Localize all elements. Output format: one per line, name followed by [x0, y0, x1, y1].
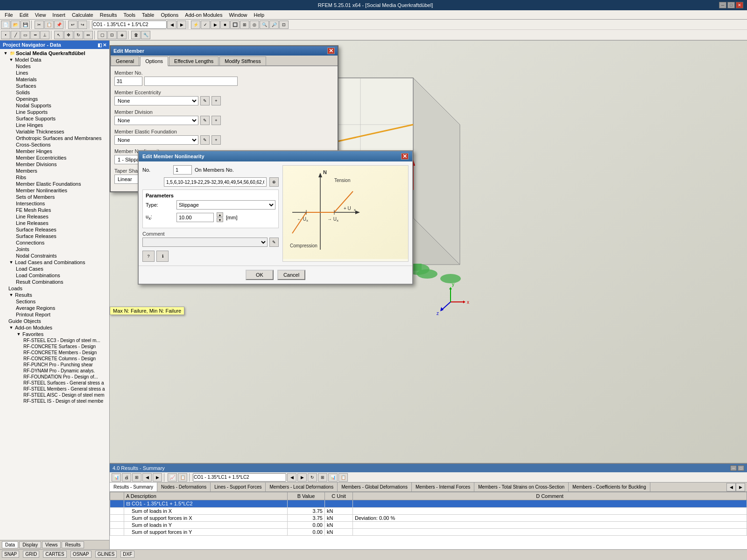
menu-help[interactable]: Help [251, 11, 268, 19]
toggle-project[interactable]: ▼ [3, 50, 8, 56]
title-bar-controls[interactable]: ─ □ ✕ [719, 2, 743, 8]
tb-3d[interactable]: 🔲 [230, 21, 240, 29]
tree-rfconcrete-members[interactable]: RF-CONCRETE Members - Design [1, 350, 108, 356]
tree-model-data[interactable]: ▼ Model Data [1, 56, 108, 63]
division-edit-btn[interactable]: ✎ [200, 116, 210, 125]
tb2-select[interactable]: ↖ [54, 31, 63, 39]
tree-project-root[interactable]: ▼ 📁 Social Media Querkraftdübel [1, 50, 108, 56]
tree-rfsteel-ec3[interactable]: RF-STEEL EC3 - Design of steel m... [1, 337, 108, 343]
res-refresh[interactable]: ↻ [308, 473, 317, 482]
tree-nodal-constraints[interactable]: Nodal Constraints [1, 252, 108, 259]
eccentricity-edit-btn[interactable]: ✎ [200, 96, 210, 105]
tree-line-releases-2[interactable]: Line Releases [1, 220, 108, 226]
nav-close-btn[interactable]: ✕ [103, 42, 106, 48]
edit-member-close-btn[interactable]: ✕ [327, 48, 335, 54]
tree-intersections[interactable]: Intersections [1, 200, 108, 207]
foundation-add-btn[interactable]: + [211, 135, 221, 145]
tree-nodal-supports[interactable]: Nodal Supports [1, 102, 108, 109]
close-btn[interactable]: ✕ [736, 2, 743, 8]
results-tab-buckling[interactable]: Members - Coefficients for Buckling [569, 483, 650, 491]
comment-select[interactable] [142, 238, 268, 247]
tab-effective-lengths[interactable]: Effective Lengths [169, 56, 218, 65]
tb-check[interactable]: ✓ [201, 21, 210, 29]
tree-rfconcrete-surfaces[interactable]: RF-CONCRETE Surfaces - Design [1, 343, 108, 350]
tree-load-cases-root[interactable]: ▼ Load Cases and Combinations [1, 259, 108, 266]
tree-results[interactable]: ▼ Results [1, 292, 108, 298]
tree-rfconcrete-columns[interactable]: RF-CONCRETE Columns - Design [1, 356, 108, 362]
res-combo-next[interactable]: ▶ [297, 473, 307, 482]
res-tb3[interactable]: 📋 [338, 473, 348, 482]
results-combo-input[interactable] [193, 473, 286, 482]
tree-member-divisions[interactable]: Member Divisions [1, 161, 108, 168]
res-tb-prev[interactable]: ◀ [142, 473, 152, 482]
tb-prev[interactable]: ◀ [167, 21, 176, 29]
tb2-supports[interactable]: ⊥ [40, 31, 49, 39]
tree-surface-releases-1[interactable]: Surface Releases [1, 226, 108, 233]
status-dxf[interactable]: DXF [120, 551, 134, 558]
tree-rfsteel-members[interactable]: RF-STEEL Members - General stress a [1, 386, 108, 392]
load-combo-input[interactable] [92, 21, 167, 29]
minimize-btn[interactable]: ─ [719, 2, 726, 8]
tb-run[interactable]: ▶ [211, 21, 220, 29]
nonlin-ok-btn[interactable]: OK [246, 270, 274, 280]
tab-results[interactable]: Results [62, 541, 84, 548]
ux-down-btn[interactable]: ▼ [217, 217, 223, 222]
toggle-addon[interactable]: ▼ [8, 325, 14, 330]
tb2-view-front[interactable]: ▢ [98, 31, 107, 39]
tab-data[interactable]: Data [2, 541, 18, 548]
member-nonlinearity-dialog[interactable]: Edit Member Nonlinearity ✕ No. On Member… [138, 150, 413, 285]
tree-lines[interactable]: Lines [1, 70, 108, 76]
toggle-load-cases[interactable]: ▼ [8, 259, 14, 265]
tb2-view-3d[interactable]: ◈ [117, 31, 127, 39]
status-snap[interactable]: SNAP [2, 551, 19, 558]
tree-rfsteel-is[interactable]: RF-STEEL IS - Design of steel membe [1, 398, 108, 404]
tree-loads[interactable]: Loads [1, 285, 108, 292]
results-tab-members-internal[interactable]: Members - Internal Forces [412, 483, 474, 491]
toggle-model[interactable]: ▼ [8, 57, 14, 63]
tb-redo[interactable]: ↪ [78, 21, 87, 29]
member-division-select[interactable]: None [114, 116, 198, 125]
tree-ribs[interactable]: Ribs [1, 174, 108, 181]
members-pick-btn[interactable]: ⊕ [269, 177, 279, 187]
tree-variable-thicknesses[interactable]: Variable Thicknesses [1, 128, 108, 135]
tree-openings[interactable]: Openings [1, 96, 108, 102]
tree-addon-modules[interactable]: ▼ Add-on Modules [1, 324, 108, 331]
tree-fe-mesh[interactable]: FE Mesh Rules [1, 207, 108, 213]
tree-nodes[interactable]: Nodes [1, 63, 108, 70]
tb-open[interactable]: 📂 [11, 21, 20, 29]
tb2-mirror[interactable]: ⇔ [84, 31, 93, 39]
ux-up-btn[interactable]: ▲ [217, 212, 223, 217]
menu-tools[interactable]: Tools [120, 11, 138, 19]
tb-cut[interactable]: ✂ [35, 21, 44, 29]
nav-undock-btn[interactable]: ◧ [98, 42, 102, 48]
menu-addon[interactable]: Add-on Modules [182, 11, 225, 19]
tree-rfdynam[interactable]: RF-DYNAM Pro - Dynamic analys. [1, 368, 108, 374]
res-tb-next[interactable]: ▶ [153, 473, 162, 482]
member-elastic-foundation-select[interactable]: None [114, 135, 198, 145]
tb2-rotate[interactable]: ↻ [74, 31, 83, 39]
res-tb-filter[interactable]: ⊞ [132, 473, 141, 482]
res-tb-chart[interactable]: 📈 [168, 473, 177, 482]
tree-load-combinations[interactable]: Load Combinations [1, 272, 108, 279]
res-tb2[interactable]: 📊 [328, 473, 338, 482]
tb-paste[interactable]: 📌 [54, 21, 63, 29]
results-tab-members-global[interactable]: Members - Global Deformations [338, 483, 412, 491]
nonlin-close-btn[interactable]: ✕ [401, 153, 409, 160]
tb2-lines[interactable]: ╱ [11, 31, 20, 39]
tab-display[interactable]: Display [19, 541, 41, 548]
tb-new[interactable]: 📄 [1, 21, 10, 29]
tree-printout[interactable]: Printout Report [1, 311, 108, 318]
res-tb-table[interactable]: 📋 [178, 473, 187, 482]
tree-connections[interactable]: Connections [1, 239, 108, 246]
help-icon-btn[interactable]: ? [142, 251, 155, 262]
tree-load-cases[interactable]: Load Cases [1, 266, 108, 272]
tree-line-hinges[interactable]: Line Hinges [1, 122, 108, 128]
tree-materials[interactable]: Materials [1, 76, 108, 83]
ux-spinner[interactable]: ▲ ▼ [217, 212, 223, 222]
tree-average-regions[interactable]: Average Regions [1, 305, 108, 311]
status-osnap[interactable]: OSNAP [70, 551, 92, 558]
tree-line-releases-1[interactable]: Line Releases [1, 213, 108, 220]
menu-insert[interactable]: Insert [49, 11, 68, 19]
tree-cross-sections[interactable]: Cross-Sections [1, 141, 108, 148]
tb-next[interactable]: ▶ [177, 21, 186, 29]
